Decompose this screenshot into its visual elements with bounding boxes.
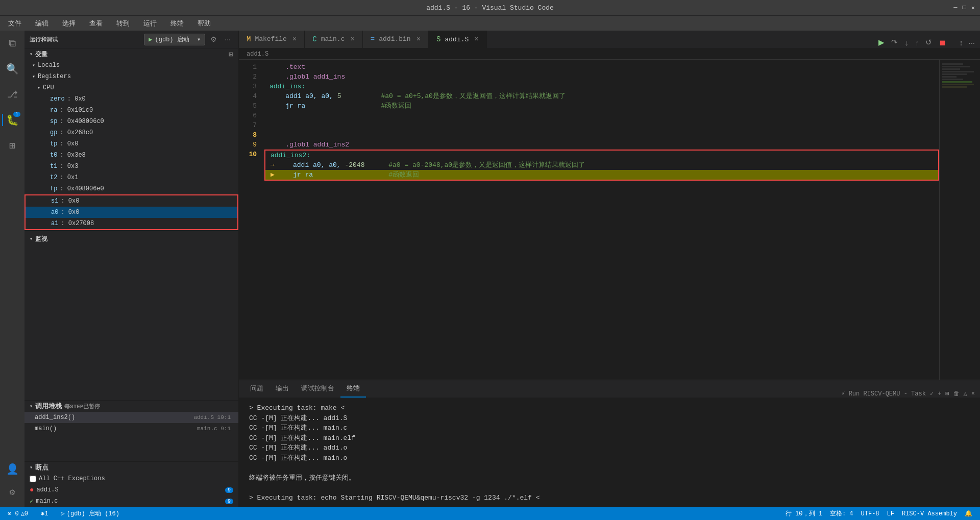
terminal-line-11 xyxy=(249,503,970,507)
bp-check-dot: ✓ xyxy=(30,498,33,505)
bp-all-exceptions-checkbox[interactable] xyxy=(30,476,36,482)
debug-more-btn[interactable]: ··· xyxy=(222,34,233,45)
cpu-header[interactable]: ▾ CPU xyxy=(24,82,238,93)
reg-t2[interactable]: t2 : 0x1 xyxy=(24,172,238,183)
title-bar: addi.S - 16 - Visual Studio Code ─ □ ✕ xyxy=(0,0,980,15)
breadcrumb-filename: addi.S xyxy=(247,51,268,58)
menu-bar: 文件 编辑 选择 查看 转到 运行 终端 帮助 xyxy=(0,15,980,31)
bottom-tab-debug-console[interactable]: 调试控制台 xyxy=(295,380,340,398)
close-button[interactable]: ✕ xyxy=(971,4,975,12)
code-line-4: addi a0, a0, 5 #a0 = a0+5,a0是参数，又是返回值，这样… xyxy=(264,91,939,101)
maximize-panel-btn[interactable]: △ xyxy=(964,390,967,398)
code-editor[interactable]: 1 2 3 4 5 6 7 8 9 10 .text .globl addi_i xyxy=(239,60,980,380)
reg-t0[interactable]: t0 : 0x3e8 xyxy=(24,150,238,161)
tab-mainc[interactable]: C main.c × xyxy=(305,31,363,48)
activity-extensions[interactable]: ⊞ xyxy=(2,135,22,156)
terminal-content[interactable]: > Executing task: make < CC -[M] 正在构建...… xyxy=(239,398,980,507)
terminal-line-9 xyxy=(249,483,970,493)
bp-addi-s[interactable]: ● addi.S 9 xyxy=(24,484,238,496)
debug-step-out-btn[interactable]: ↑ xyxy=(913,37,922,48)
variables-panel: ▾ 变量 ⊞ ▾ Locals ▾ Registers ▾ CPU zero xyxy=(24,48,238,400)
status-spaces[interactable]: 空格: 4 xyxy=(827,509,856,518)
debug-settings-btn[interactable]: ⚙ xyxy=(208,34,219,45)
split-editor-btn[interactable]: ⫶ xyxy=(957,37,966,48)
menu-view[interactable]: 查看 xyxy=(86,18,106,29)
monitor-header[interactable]: ▾ 监视 xyxy=(24,233,238,244)
status-eol[interactable]: LF xyxy=(885,510,897,517)
bottom-tab-right: ⚡ Run RISCV-QEMU - Task ✓ + ⊞ 🗑 △ × xyxy=(836,390,980,398)
activity-account[interactable]: 👤 xyxy=(2,459,22,479)
activity-debug[interactable]: 🐛 1 xyxy=(2,110,22,130)
tab-close-addis[interactable]: × xyxy=(474,35,478,43)
tab-close-makefile[interactable]: × xyxy=(292,35,297,43)
status-star[interactable]: ✱1 xyxy=(38,510,51,517)
reg-t1[interactable]: t1 : 0x3 xyxy=(24,161,238,172)
tab-addis[interactable]: S addi.S × xyxy=(429,31,487,48)
call-stack-item-0[interactable]: addi_ins2() addi.S 10:1 xyxy=(24,412,238,423)
variables-expand-icon[interactable]: ⊞ xyxy=(229,50,233,59)
call-stack-item-1[interactable]: main() main.c 9:1 xyxy=(24,423,238,434)
debug-continue-btn[interactable]: ▶ xyxy=(876,37,887,48)
bottom-tab-problems[interactable]: 问题 xyxy=(244,380,270,398)
debug-config-select[interactable]: ▶ (gdb) 启动 ▾ xyxy=(144,34,205,45)
kill-terminal-btn[interactable]: 🗑 xyxy=(953,390,960,398)
close-panel-btn[interactable]: × xyxy=(971,390,975,398)
menu-goto[interactable]: 转到 xyxy=(113,18,133,29)
code-content[interactable]: .text .globl addi_ins addi_ins: addi a0,… xyxy=(264,60,939,380)
terminal-line-2: CC -[M] 正在构建... addi.S xyxy=(249,413,970,424)
red-border-section: addi_ins2: → addi a0, a0, -2048 #a0 = a0… xyxy=(264,150,939,181)
activity-explorer[interactable]: ⧉ xyxy=(2,33,22,54)
registers-header[interactable]: ▾ Registers xyxy=(24,71,238,82)
minimize-button[interactable]: ─ xyxy=(953,4,957,12)
tab-addibin[interactable]: = addi.bin × xyxy=(363,31,429,48)
tab-makefile[interactable]: M Makefile × xyxy=(239,31,305,48)
minimap xyxy=(939,60,980,380)
debug-step-into-btn[interactable]: ↓ xyxy=(902,37,911,48)
activity-search[interactable]: 🔍 xyxy=(2,59,22,79)
debug-stop-btn[interactable]: ⏹ xyxy=(936,37,949,48)
call-stack-header[interactable]: ▾ 调用堆栈 每STEP已暂停 xyxy=(24,401,238,412)
reg-a0[interactable]: a0 : 0x0 xyxy=(26,207,237,218)
menu-terminal[interactable]: 终端 xyxy=(167,18,187,29)
reg-fp[interactable]: fp : 0x408006e0 xyxy=(24,183,238,194)
debug-step-over-btn[interactable]: ↷ xyxy=(889,37,900,48)
maximize-button[interactable]: □ xyxy=(963,4,966,12)
bp-main-c[interactable]: ✓ main.c 9 xyxy=(24,496,238,507)
tab-close-addibin[interactable]: × xyxy=(416,35,421,43)
status-line-col[interactable]: 行 10，列 1 xyxy=(783,509,825,518)
menu-edit[interactable]: 编辑 xyxy=(32,18,52,29)
sidebar-header-label: 运行和调试 xyxy=(30,36,141,43)
reg-s1[interactable]: s1 : 0x0 xyxy=(26,195,237,207)
debug-config-label: (gdb) 启动 xyxy=(155,35,189,44)
locals-item[interactable]: ▾ Locals xyxy=(24,60,238,71)
more-actions-btn[interactable]: ··· xyxy=(966,37,977,48)
debug-toolbar: 运行和调试 ▶ (gdb) 启动 ▾ ⚙ ··· xyxy=(24,31,238,48)
status-encoding[interactable]: UTF-8 xyxy=(859,510,882,517)
breadcrumb: addi.S xyxy=(239,48,980,60)
status-notifications[interactable]: 🔔 xyxy=(962,510,975,517)
menu-run[interactable]: 运行 xyxy=(140,18,160,29)
reg-zero[interactable]: zero : 0x0 xyxy=(24,93,238,105)
tab-close-mainc[interactable]: × xyxy=(350,35,354,43)
call-stack-panel: ▾ 调用堆栈 每STEP已暂停 addi_ins2() addi.S 10:1 … xyxy=(24,400,238,461)
reg-tp[interactable]: tp : 0x0 xyxy=(24,138,238,150)
debug-restart-btn[interactable]: ↺ xyxy=(923,37,935,48)
activity-settings[interactable]: ⚙ xyxy=(2,482,22,502)
bottom-tab-output[interactable]: 输出 xyxy=(270,380,295,398)
status-debug-run[interactable]: ▷ (gdb) 启动 (16) xyxy=(59,509,122,518)
status-language[interactable]: RISC-V Assembly xyxy=(899,510,960,517)
bottom-tab-terminal[interactable]: 终端 xyxy=(340,380,366,398)
reg-sp[interactable]: sp : 0x408006c0 xyxy=(24,116,238,127)
split-terminal-btn[interactable]: ⊞ xyxy=(945,390,949,398)
activity-git[interactable]: ⎇ xyxy=(2,84,22,105)
breakpoints-header[interactable]: ▾ 断点 xyxy=(24,462,238,473)
reg-ra[interactable]: ra : 0x101c0 xyxy=(24,105,238,116)
variables-section-header[interactable]: ▾ 变量 ⊞ xyxy=(24,48,238,60)
reg-a1[interactable]: a1 : 0x27008 xyxy=(26,218,237,229)
menu-help[interactable]: 帮助 xyxy=(194,18,214,29)
add-terminal-btn[interactable]: + xyxy=(938,390,941,398)
status-debug-info[interactable]: ⊗ 0 △0 xyxy=(5,510,31,517)
reg-gp[interactable]: gp : 0x268c0 xyxy=(24,127,238,138)
menu-file[interactable]: 文件 xyxy=(5,18,24,29)
menu-select[interactable]: 选择 xyxy=(59,18,79,29)
